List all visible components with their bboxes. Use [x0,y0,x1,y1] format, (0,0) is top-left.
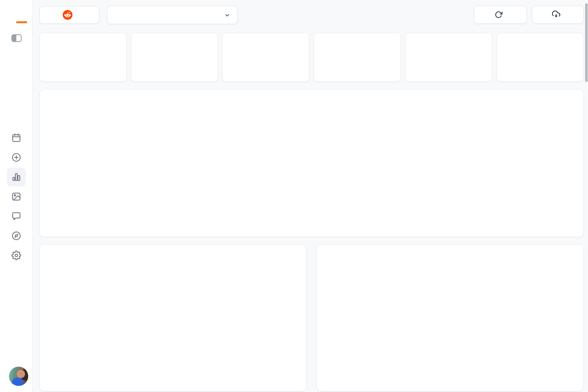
engagement-chart-card [316,244,584,392]
chevron-down-icon [224,12,230,18]
reddit-icon [63,10,72,20]
platform-selector-button[interactable] [40,6,99,24]
sidebar-item-settings[interactable] [7,246,26,265]
refresh-icon [495,11,502,18]
add-circle-icon [12,152,21,162]
sidebar-item-messages[interactable] [7,207,26,226]
export-button[interactable] [532,6,584,24]
stat-card-avg-comments [496,33,584,82]
sidebar-item-media[interactable] [7,187,26,206]
stat-card-posts [40,33,126,82]
calendar-icon [12,133,21,143]
stats-row [40,33,584,82]
update-button[interactable] [474,6,527,24]
date-range-dropdown[interactable] [107,6,238,24]
page-scrollbar[interactable] [585,3,588,82]
stat-card-upvote-ratio [314,33,401,82]
account-chart-card [40,89,584,237]
user-avatar[interactable] [9,367,28,386]
sidebar-item-analytics[interactable] [7,168,26,186]
sidebar-item-discover[interactable] [7,226,26,245]
stat-card-avg-score [222,33,310,82]
sidebar [0,0,33,392]
stat-card-comments [405,33,492,82]
sidebar-item-create[interactable] [7,148,26,167]
posts-chart-card [40,244,307,392]
messages-icon [12,211,21,221]
media-icon [12,192,21,202]
sidebar-nav [7,128,26,265]
sidebar-item-schedule[interactable] [7,128,26,147]
analytics-icon [12,172,21,182]
cloud-download-icon [552,10,560,19]
panel-toggle-icon[interactable] [12,34,22,42]
app-logo[interactable] [8,8,26,23]
stat-card-score [131,33,218,82]
discover-icon [12,231,21,241]
dashboard-page [0,0,588,392]
settings-icon [12,250,21,260]
logo-underline [16,21,27,23]
